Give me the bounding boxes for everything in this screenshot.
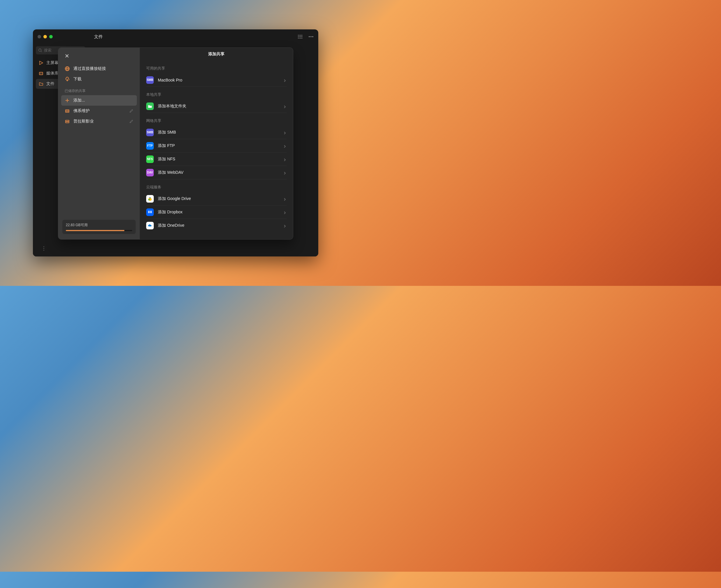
share-option-ftp[interactable]: FTP 添加 FTP — [146, 139, 287, 152]
folder-icon — [39, 82, 43, 86]
close-window-button[interactable] — [38, 35, 41, 38]
svg-rect-25 — [65, 120, 69, 121]
dialog-sidebar: 通过直接播放链接 下载 已储存的共享 添加... 佛系维护 普拉斯影业 — [58, 48, 140, 239]
app-window: 文件 搜索 主屏幕 媒体库 — [33, 29, 318, 256]
folder-icon — [146, 103, 154, 110]
onedrive-icon — [146, 222, 154, 229]
chevron-right-icon — [283, 105, 287, 108]
globe-icon — [65, 66, 70, 71]
chevron-right-icon — [283, 210, 287, 214]
chevron-right-icon — [283, 171, 287, 174]
dialog-title: 添加共享 — [140, 48, 293, 61]
saved-share-item[interactable]: 普拉斯影业 — [61, 116, 137, 127]
maximize-window-button[interactable] — [49, 35, 53, 38]
svg-point-7 — [311, 36, 312, 37]
play-direct-link-item[interactable]: 通过直接播放链接 — [61, 63, 137, 74]
svg-rect-24 — [65, 111, 69, 112]
svg-marker-31 — [150, 210, 152, 212]
chevron-right-icon — [283, 158, 287, 161]
storage-widget: 22.83 GB可用 — [62, 220, 136, 234]
svg-rect-23 — [65, 110, 69, 111]
server-icon — [65, 108, 70, 113]
storage-bar — [66, 230, 132, 231]
titlebar: 文件 — [33, 29, 318, 44]
sidebar-item-label: 文件 — [46, 81, 55, 86]
svg-point-3 — [298, 35, 299, 36]
server-icon — [65, 119, 70, 124]
section-header-cloud: 云端服务 — [146, 185, 287, 190]
play-icon — [39, 61, 43, 65]
section-header-network: 网络共享 — [146, 118, 287, 123]
share-option-label: 添加 SMB — [158, 130, 279, 135]
svg-marker-11 — [40, 61, 43, 65]
sidebar-item-label: 媒体库 — [46, 71, 59, 76]
sidebar-item-label: 主屏幕 — [46, 60, 59, 65]
share-options-scroll[interactable]: 可用的共享 SMB MacBook Pro 本地共享 添加本地文件夹 网络共享 … — [140, 61, 293, 239]
library-icon — [39, 71, 43, 76]
share-option-onedrive[interactable]: 添加 OneDrive — [146, 219, 287, 232]
search-placeholder: 搜索 — [44, 48, 52, 53]
dropbox-icon — [146, 208, 154, 216]
minimize-window-button[interactable] — [43, 35, 47, 38]
share-option-label: MacBook Pro — [158, 78, 279, 82]
share-option-macbook[interactable]: SMB MacBook Pro — [146, 74, 287, 87]
section-header-available: 可用的共享 — [146, 66, 287, 71]
share-option-gdrive[interactable]: 添加 Google Drive — [146, 192, 287, 206]
share-option-label: 添加本地文件夹 — [158, 104, 279, 109]
ftp-icon: FTP — [146, 142, 154, 150]
svg-rect-12 — [39, 72, 43, 75]
webdav-icon: DAV — [146, 169, 154, 176]
share-option-dropbox[interactable]: 添加 Dropbox — [146, 206, 287, 219]
dialog-item-label: 下载 — [74, 77, 133, 82]
google-drive-icon — [146, 195, 154, 203]
share-option-smb[interactable]: SMB 添加 SMB — [146, 126, 287, 139]
share-option-label: 添加 NFS — [158, 156, 279, 162]
chevron-right-icon — [283, 131, 287, 134]
storage-fill — [66, 230, 124, 231]
nfs-icon: NFS — [146, 155, 154, 163]
smb-icon: SMB — [146, 129, 154, 136]
dialog-item-label: 添加... — [74, 98, 133, 103]
smb-icon: SMB — [146, 76, 154, 84]
storage-label: 22.83 GB可用 — [66, 223, 132, 228]
more-icon[interactable] — [308, 34, 314, 39]
chevron-right-icon — [283, 144, 287, 148]
close-icon[interactable] — [63, 52, 71, 60]
share-option-label: 添加 FTP — [158, 143, 279, 148]
dialog-item-label: 佛系维护 — [74, 108, 126, 113]
download-item[interactable]: 下载 — [61, 74, 137, 84]
share-option-label: 添加 Google Drive — [158, 196, 279, 202]
add-share-dialog: 通过直接播放链接 下载 已储存的共享 添加... 佛系维护 普拉斯影业 — [58, 47, 293, 239]
add-share-item[interactable]: 添加... — [61, 95, 137, 106]
edit-icon[interactable] — [129, 119, 133, 123]
chevron-right-icon — [283, 78, 287, 82]
chevron-right-icon — [283, 197, 287, 201]
download-icon — [65, 77, 70, 82]
section-header-local: 本地共享 — [146, 92, 287, 97]
svg-rect-26 — [65, 122, 69, 123]
share-option-label: 添加 Dropbox — [158, 210, 279, 215]
share-option-label: 添加 WebDAV — [158, 170, 279, 175]
list-view-icon[interactable] — [298, 34, 303, 39]
plus-icon — [65, 98, 70, 103]
share-option-webdav[interactable]: DAV 添加 WebDAV — [146, 166, 287, 179]
svg-marker-30 — [148, 210, 150, 212]
saved-shares-header: 已储存的共享 — [61, 84, 137, 95]
share-option-label: 添加 OneDrive — [158, 223, 279, 228]
svg-point-8 — [312, 36, 313, 37]
resize-handle-icon[interactable] — [43, 246, 44, 251]
saved-share-item[interactable]: 佛系维护 — [61, 106, 137, 116]
window-title: 文件 — [94, 34, 103, 40]
svg-line-10 — [41, 51, 42, 52]
svg-point-9 — [39, 49, 41, 51]
share-option-local-folder[interactable]: 添加本地文件夹 — [146, 100, 287, 113]
edit-icon[interactable] — [129, 109, 133, 113]
dialog-item-label: 普拉斯影业 — [74, 119, 126, 124]
share-option-nfs[interactable]: NFS 添加 NFS — [146, 152, 287, 166]
svg-point-6 — [309, 36, 310, 37]
svg-marker-32 — [148, 212, 150, 213]
svg-point-4 — [298, 36, 299, 37]
svg-point-5 — [298, 38, 299, 38]
traffic-lights — [38, 35, 53, 38]
dialog-item-label: 通过直接播放链接 — [74, 66, 133, 71]
